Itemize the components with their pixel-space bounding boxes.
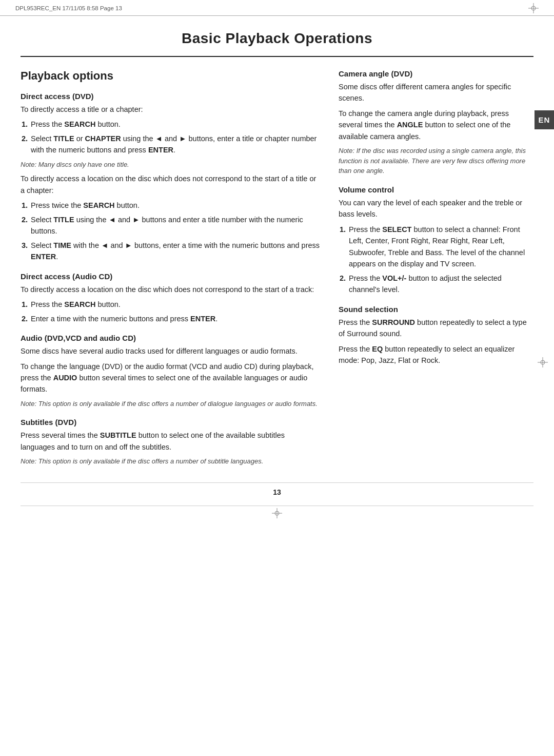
list-item: Press the VOL+/- button to adjust the se… (348, 273, 533, 296)
camera-angle-title: Camera angle (DVD) (339, 69, 533, 78)
section-main-title: Playback options (21, 69, 320, 83)
list-item: Enter a time with the numeric buttons an… (30, 313, 320, 324)
list-item: Select TITLE using the ◄ and ► buttons a… (30, 214, 320, 237)
camera-angle-note: Note: If the disc was recorded using a s… (339, 146, 533, 176)
right-column: EN Camera angle (DVD) Some discs offer d… (339, 69, 533, 470)
direct-access-audio-steps: Press the SEARCH button. Enter a time wi… (30, 299, 320, 324)
direct-access-dvd-title: Direct access (DVD) (21, 92, 320, 101)
list-item: Press the SEARCH button. (30, 299, 320, 310)
audio-dvd-title: Audio (DVD,VCD and audio CD) (21, 334, 320, 342)
sound-selection-para2: Press the EQ button repeatedly to select… (339, 343, 533, 366)
audio-dvd-note: Note: This option is only available if t… (21, 399, 320, 409)
audio-dvd-para2: To change the language (DVD) or the audi… (21, 361, 320, 395)
direct-access-dvd-intro: To directly access a title or a chapter: (21, 104, 320, 115)
list-item: Select TIME with the ◄ and ► buttons, en… (30, 240, 320, 263)
volume-control-intro: You can vary the level of each speaker a… (339, 197, 533, 220)
direct-access-dvd-steps2: Press twice the SEARCH button. Select TI… (30, 200, 320, 262)
list-item: Select TITLE or CHAPTER using the ◄ and … (30, 133, 320, 156)
header-meta: DPL953REC_EN 17/11/05 8:58 Page 13 (15, 5, 518, 11)
crosshair-bottom-icon (272, 508, 282, 518)
direct-access-dvd-note: Note: Many discs only have one title. (21, 160, 320, 170)
direct-access-audio-title: Direct access (Audio CD) (21, 272, 320, 281)
en-badge: EN (535, 110, 554, 129)
volume-control-title: Volume control (339, 185, 533, 194)
camera-angle-para1: Some discs offer different camera angles… (339, 81, 533, 104)
camera-angle-para2: To change the camera angle during playba… (339, 108, 533, 142)
page-title: Basic Playback Operations (21, 16, 533, 57)
left-column: Playback options Direct access (DVD) To … (21, 69, 320, 470)
sound-selection-para1: Press the SURROUND button repeatedly to … (339, 317, 533, 340)
crosshair-icon (528, 3, 539, 13)
page-header: DPL953REC_EN 17/11/05 8:58 Page 13 (0, 0, 554, 16)
subtitles-note: Note: This option is only available if t… (21, 456, 320, 467)
content-area: Playback options Direct access (DVD) To … (0, 57, 554, 482)
direct-access-dvd-steps: Press the SEARCH button. Select TITLE or… (30, 119, 320, 156)
subtitles-para: Press several times the SUBTITLE button … (21, 430, 320, 453)
crosshair-right-icon (538, 357, 548, 367)
list-item: Press the SELECT button to select a chan… (348, 224, 533, 270)
list-item: Press twice the SEARCH button. (30, 200, 320, 211)
direct-access-dvd-intro2: To directly access a location on the dis… (21, 173, 320, 196)
sound-selection-title: Sound selection (339, 305, 533, 314)
direct-access-audio-intro: To directly access a location on the dis… (21, 284, 320, 295)
volume-control-steps: Press the SELECT button to select a chan… (348, 224, 533, 296)
list-item: Press the SEARCH button. (30, 119, 320, 130)
subtitles-title: Subtitles (DVD) (21, 418, 320, 427)
page-number: 13 (21, 482, 533, 506)
audio-dvd-para1: Some discs have several audio tracks use… (21, 345, 320, 357)
